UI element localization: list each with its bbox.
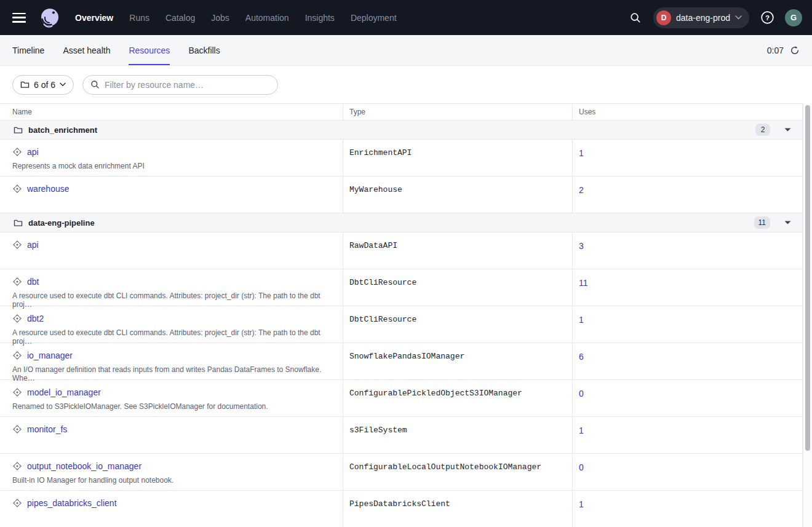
group-row-data-eng-pipeline[interactable]: data-eng-pipeline 11: [0, 213, 802, 232]
resource-name-link[interactable]: api: [27, 147, 39, 157]
resources-table: Name Type Uses batch_enrichment 2 api Re…: [0, 103, 803, 527]
resource-uses-link[interactable]: 1: [579, 426, 584, 435]
resource-filter-box: [82, 75, 278, 95]
folder-icon: [20, 81, 30, 89]
resource-icon: [12, 147, 22, 157]
table-row: warehouse MyWarehouse 2: [0, 176, 802, 213]
resource-name-link[interactable]: output_notebook_io_manager: [27, 461, 141, 471]
resource-type: PipesDatabricksClient: [343, 491, 572, 527]
resource-icon: [12, 314, 22, 323]
table-row: io_manager An I/O manager definition tha…: [0, 343, 802, 380]
nav-item-deployment[interactable]: Deployment: [351, 13, 397, 23]
search-icon: [90, 80, 100, 89]
resource-icon: [12, 387, 22, 397]
resource-type: ConfigurableLocalOutputNotebookIOManager: [343, 454, 572, 490]
tab-backfills[interactable]: Backfills: [188, 35, 220, 65]
svg-text:?: ?: [765, 14, 769, 22]
resources-table-area: Name Type Uses batch_enrichment 2 api Re…: [0, 103, 812, 527]
resource-icon: [12, 498, 22, 508]
resource-name-link[interactable]: pipes_databricks_client: [27, 498, 117, 508]
collapse-caret-icon[interactable]: [784, 128, 791, 132]
resource-description: Built-in IO Manager for handling output …: [12, 476, 330, 485]
resource-name-link[interactable]: dbt2: [27, 314, 44, 323]
resource-uses-link[interactable]: 3: [579, 241, 584, 251]
table-header-row: Name Type Uses: [0, 103, 802, 121]
tab-timeline[interactable]: Timeline: [12, 35, 44, 65]
search-icon[interactable]: [626, 9, 645, 27]
group-count-badge: 11: [754, 216, 770, 229]
table-row: model_io_manager Renamed to S3PickleIOMa…: [0, 380, 802, 417]
group-name: batch_enrichment: [28, 125, 97, 135]
group-count-badge: 2: [755, 124, 770, 136]
deployment-name: data-eng-prod: [676, 13, 730, 23]
resource-type: EnrichmentAPI: [343, 140, 572, 176]
chevron-down-icon: [60, 82, 66, 87]
hamburger-menu-icon[interactable]: [12, 13, 26, 23]
folder-icon: [14, 126, 23, 134]
collapse-caret-icon[interactable]: [784, 221, 791, 224]
refresh-icon[interactable]: [790, 46, 800, 55]
resource-name-link[interactable]: warehouse: [27, 184, 70, 194]
column-header-uses: Uses: [572, 104, 802, 120]
resource-type: DbtCliResource: [343, 269, 572, 306]
table-row: output_notebook_io_manager Built-in IO M…: [0, 454, 802, 491]
table-row: dbt A resource used to execute dbt CLI c…: [0, 269, 802, 306]
resource-uses-link[interactable]: 6: [579, 352, 584, 362]
top-navigation-bar: Overview Runs Catalog Jobs Automation In…: [0, 0, 812, 35]
resource-filter-input[interactable]: [105, 80, 270, 90]
deployment-switcher[interactable]: D data-eng-prod: [653, 7, 749, 28]
resource-uses-link[interactable]: 0: [579, 389, 584, 398]
nav-item-overview[interactable]: Overview: [75, 13, 113, 23]
resource-uses-link[interactable]: 1: [579, 315, 584, 325]
scrollbar-thumb[interactable]: [805, 105, 810, 451]
scope-button-label: 6 of 6: [34, 80, 55, 90]
resource-uses-link[interactable]: 1: [579, 148, 584, 158]
help-icon[interactable]: ?: [758, 9, 776, 27]
table-row: monitor_fs s3FileSystem 1: [0, 417, 802, 454]
group-row-batch-enrichment[interactable]: batch_enrichment 2: [0, 121, 802, 140]
resource-name-link[interactable]: api: [27, 240, 39, 250]
refresh-timer: 0:07: [767, 46, 784, 55]
resource-name-link[interactable]: model_io_manager: [27, 387, 101, 397]
resource-uses-link[interactable]: 1: [579, 499, 584, 509]
resource-description: Renamed to S3PickleIOManager. See S3Pick…: [12, 402, 330, 411]
resource-type: ConfigurablePickledObjectS3IOManager: [343, 380, 572, 416]
resource-type: MyWarehouse: [343, 176, 572, 213]
nav-item-runs[interactable]: Runs: [129, 13, 149, 23]
resource-description: Represents a mock data enrichment API: [12, 162, 330, 170]
resource-name-link[interactable]: dbt: [27, 277, 39, 287]
resource-icon: [12, 277, 22, 287]
deployment-initial-badge: D: [656, 10, 671, 25]
resource-type: s3FileSystem: [343, 417, 572, 453]
nav-item-insights[interactable]: Insights: [305, 13, 335, 23]
primary-nav: Overview Runs Catalog Jobs Automation In…: [75, 13, 397, 23]
resource-icon: [12, 240, 22, 250]
resource-name-link[interactable]: io_manager: [27, 351, 73, 360]
overview-tab-bar: Timeline Asset health Resources Backfill…: [0, 35, 812, 66]
nav-item-catalog[interactable]: Catalog: [165, 13, 195, 23]
table-row: pipes_databricks_client PipesDatabricksC…: [0, 491, 802, 527]
nav-item-automation[interactable]: Automation: [245, 13, 289, 23]
vertical-scrollbar: [803, 103, 812, 527]
resource-type: DbtCliResource: [343, 306, 572, 343]
code-location-scope-button[interactable]: 6 of 6: [12, 75, 74, 95]
group-name: data-eng-pipeline: [28, 218, 95, 228]
resource-icon: [12, 461, 22, 471]
resource-icon: [12, 424, 22, 434]
resource-type: SnowflakePandasIOManager: [343, 343, 572, 379]
nav-item-jobs[interactable]: Jobs: [211, 13, 229, 23]
tab-asset-health[interactable]: Asset health: [63, 35, 110, 65]
resource-uses-link[interactable]: 2: [579, 185, 584, 195]
dagster-logo[interactable]: [37, 6, 62, 30]
resource-name-link[interactable]: monitor_fs: [27, 424, 67, 434]
column-header-name: Name: [0, 108, 343, 116]
resource-uses-link[interactable]: 0: [579, 462, 584, 472]
column-header-type: Type: [343, 104, 572, 120]
table-row: api Represents a mock data enrichment AP…: [0, 140, 802, 176]
resource-type: RawDataAPI: [343, 232, 572, 269]
user-avatar[interactable]: G: [785, 9, 802, 26]
resource-uses-link[interactable]: 11: [579, 278, 588, 288]
folder-icon: [14, 219, 23, 227]
chevron-down-icon: [735, 15, 742, 20]
tab-resources[interactable]: Resources: [129, 35, 170, 65]
